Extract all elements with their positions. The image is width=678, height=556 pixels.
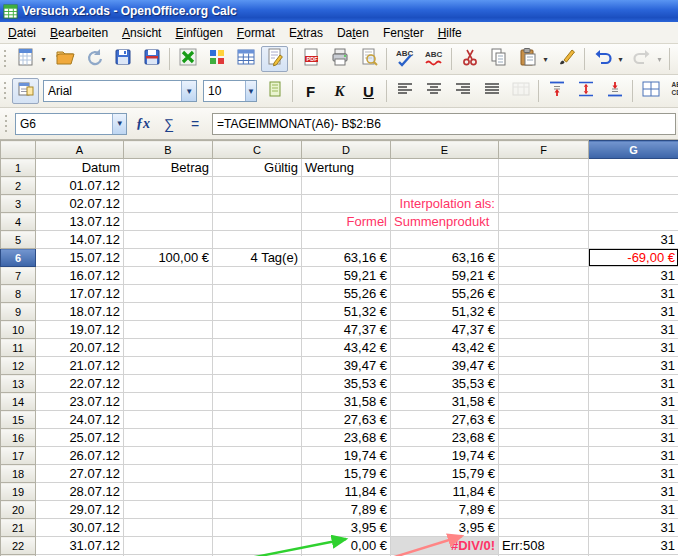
- cell-B11[interactable]: [124, 339, 213, 357]
- cell-F20[interactable]: [499, 501, 589, 519]
- cell-D4[interactable]: Formel: [302, 213, 391, 231]
- cell-A5[interactable]: 14.07.12: [36, 231, 124, 249]
- cell-B14[interactable]: [124, 393, 213, 411]
- cell-C16[interactable]: [213, 429, 302, 447]
- cell-A6[interactable]: 15.07.12: [36, 249, 124, 267]
- row-header-11[interactable]: 11: [1, 339, 36, 357]
- cell-E7[interactable]: 59,21 €: [391, 267, 499, 285]
- autospellcheck-button[interactable]: ABC: [420, 46, 447, 72]
- cell-G8[interactable]: 31: [589, 285, 678, 303]
- valign-top-button[interactable]: [543, 78, 570, 104]
- cell-F14[interactable]: [499, 393, 589, 411]
- function-button[interactable]: =: [182, 112, 208, 136]
- menu-ansicht[interactable]: Ansicht: [115, 23, 168, 43]
- valign-bottom-button[interactable]: [601, 78, 628, 104]
- cell-C13[interactable]: [213, 375, 302, 393]
- cell-D12[interactable]: 39,47 €: [302, 357, 391, 375]
- cell-D19[interactable]: 11,84 €: [302, 483, 391, 501]
- cell-D18[interactable]: 15,79 €: [302, 465, 391, 483]
- cell-A13[interactable]: 22.07.12: [36, 375, 124, 393]
- cell-G9[interactable]: 31: [589, 303, 678, 321]
- cell-C12[interactable]: [213, 357, 302, 375]
- cell-E1[interactable]: [391, 159, 499, 177]
- cell-D8[interactable]: 55,26 €: [302, 285, 391, 303]
- cell-F12[interactable]: [499, 357, 589, 375]
- cell-G3[interactable]: [589, 195, 678, 213]
- cell-E11[interactable]: 43,42 €: [391, 339, 499, 357]
- cell-A21[interactable]: 30.07.12: [36, 519, 124, 537]
- menu-einfgen[interactable]: Einfügen: [168, 23, 229, 43]
- cell-B4[interactable]: [124, 213, 213, 231]
- cell-D2[interactable]: [302, 177, 391, 195]
- cell-G14[interactable]: 31: [589, 393, 678, 411]
- row-header-12[interactable]: 12: [1, 357, 36, 375]
- align-justify-button[interactable]: [478, 78, 505, 104]
- align-center-button[interactable]: [420, 78, 447, 104]
- cell-E12[interactable]: 39,47 €: [391, 357, 499, 375]
- menu-datei[interactable]: Datei: [1, 23, 43, 43]
- cell-D6[interactable]: 63,16 €: [302, 249, 391, 267]
- redo-button[interactable]: [628, 46, 655, 72]
- cell-F11[interactable]: [499, 339, 589, 357]
- insert-table-button[interactable]: [232, 46, 259, 72]
- cell-B21[interactable]: [124, 519, 213, 537]
- cell-A3[interactable]: 02.07.12: [36, 195, 124, 213]
- row-header-8[interactable]: 8: [1, 285, 36, 303]
- cell-E13[interactable]: 35,53 €: [391, 375, 499, 393]
- sum-button[interactable]: ∑: [156, 112, 182, 136]
- cell-F1[interactable]: [499, 159, 589, 177]
- row-header-4[interactable]: 4: [1, 213, 36, 231]
- font-size-combo[interactable]: ▼: [203, 80, 257, 102]
- cell-F7[interactable]: [499, 267, 589, 285]
- row-header-14[interactable]: 14: [1, 393, 36, 411]
- menu-extras[interactable]: Extras: [282, 23, 330, 43]
- cell-C6[interactable]: 4 Tag(e): [213, 249, 302, 267]
- cell-B10[interactable]: [124, 321, 213, 339]
- row-header-1[interactable]: 1: [1, 159, 36, 177]
- cell-E14[interactable]: 31,58 €: [391, 393, 499, 411]
- cell-A2[interactable]: 01.07.12: [36, 177, 124, 195]
- chevron-down-icon[interactable]: ▾: [615, 47, 626, 71]
- cell-A9[interactable]: 18.07.12: [36, 303, 124, 321]
- row-header-19[interactable]: 19: [1, 483, 36, 501]
- paste-button[interactable]: [514, 46, 541, 72]
- toolbar-grip[interactable]: [2, 80, 9, 102]
- cell-D14[interactable]: 31,58 €: [302, 393, 391, 411]
- cell-C18[interactable]: [213, 465, 302, 483]
- cell-B6[interactable]: 100,00 €: [124, 249, 213, 267]
- cell-B9[interactable]: [124, 303, 213, 321]
- cell-G1[interactable]: [589, 159, 678, 177]
- calc-button[interactable]: [174, 46, 201, 72]
- column-header-F[interactable]: F: [499, 141, 589, 159]
- cell-G5[interactable]: 31: [589, 231, 678, 249]
- cell-B18[interactable]: [124, 465, 213, 483]
- cell-F3[interactable]: [499, 195, 589, 213]
- align-right-button[interactable]: [449, 78, 476, 104]
- save-button[interactable]: [109, 46, 136, 72]
- menu-fenster[interactable]: Fenster: [376, 23, 431, 43]
- cell-C4[interactable]: [213, 213, 302, 231]
- cell-C1[interactable]: Gültig: [213, 159, 302, 177]
- row-header-6[interactable]: 6: [1, 249, 36, 267]
- cell-E20[interactable]: 7,89 €: [391, 501, 499, 519]
- row-header-13[interactable]: 13: [1, 375, 36, 393]
- export-pdf-button[interactable]: PDF: [297, 46, 324, 72]
- cut-button[interactable]: [456, 46, 483, 72]
- cell-C19[interactable]: [213, 483, 302, 501]
- cell-B3[interactable]: [124, 195, 213, 213]
- column-header-C[interactable]: C: [213, 141, 302, 159]
- reload-button[interactable]: [80, 46, 107, 72]
- cell-E5[interactable]: [391, 231, 499, 249]
- cell-G2[interactable]: [589, 177, 678, 195]
- cell-G19[interactable]: 31: [589, 483, 678, 501]
- undo-button[interactable]: [589, 46, 616, 72]
- cell-G12[interactable]: 31: [589, 357, 678, 375]
- cell-A11[interactable]: 20.07.12: [36, 339, 124, 357]
- cell-G13[interactable]: 31: [589, 375, 678, 393]
- cell-E6[interactable]: 63,16 €: [391, 249, 499, 267]
- cell-E15[interactable]: 27,63 €: [391, 411, 499, 429]
- cell-A14[interactable]: 23.07.12: [36, 393, 124, 411]
- toolbar-grip[interactable]: [3, 113, 10, 135]
- row-header-5[interactable]: 5: [1, 231, 36, 249]
- row-header-20[interactable]: 20: [1, 501, 36, 519]
